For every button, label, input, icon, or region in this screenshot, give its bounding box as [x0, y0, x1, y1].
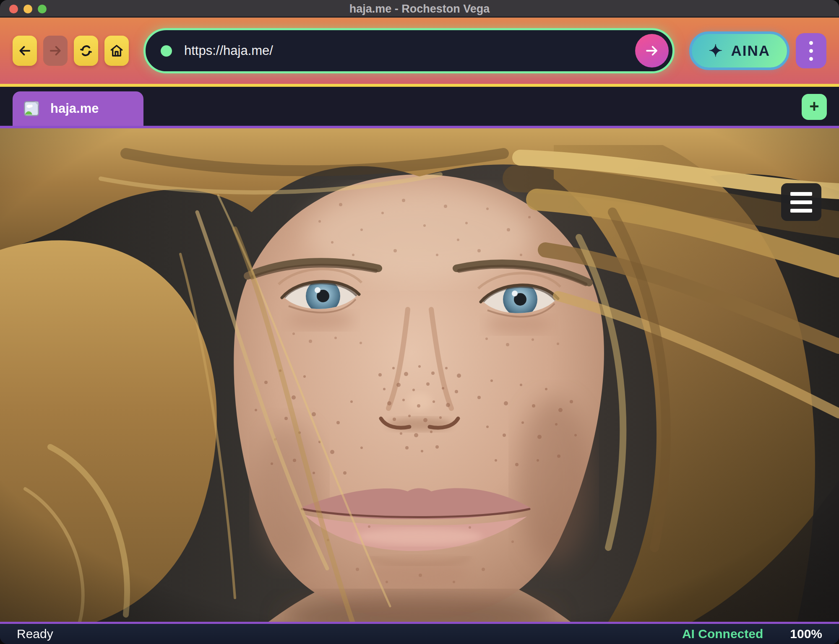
arrow-right-icon — [48, 43, 63, 58]
home-button[interactable] — [104, 36, 129, 66]
aina-button[interactable]: ✦ AINA — [689, 31, 789, 70]
browser-menu-button[interactable] — [796, 33, 826, 68]
status-bar: Ready AI Connected 100% — [0, 622, 839, 644]
back-button[interactable] — [13, 36, 37, 66]
arrow-right-icon — [644, 43, 660, 59]
portrait-photo — [0, 128, 839, 622]
traffic-lights — [9, 5, 47, 13]
arrow-left-icon — [17, 43, 32, 58]
go-button[interactable] — [635, 34, 669, 68]
title-bar: haja.me - Rocheston Vega — [0, 0, 839, 18]
tab-bar: haja.me + — [0, 87, 839, 126]
url-input[interactable] — [183, 43, 635, 59]
page-content — [0, 128, 839, 622]
url-bar[interactable] — [143, 28, 675, 73]
reload-button[interactable] — [74, 36, 98, 66]
aina-label: AINA — [731, 42, 770, 59]
zoom-level: 100% — [790, 627, 822, 641]
kebab-dots-icon — [809, 41, 813, 61]
secure-indicator-dot — [161, 45, 172, 57]
minimize-window-button[interactable] — [23, 5, 32, 13]
home-icon — [109, 43, 124, 58]
close-window-button[interactable] — [9, 5, 18, 13]
zoom-window-button[interactable] — [38, 5, 47, 13]
navigation-toolbar: ✦ AINA — [0, 18, 839, 84]
status-text: Ready — [17, 627, 53, 641]
window-title: haja.me - Rocheston Vega — [0, 3, 839, 16]
yellow-divider — [0, 84, 839, 87]
new-tab-button[interactable]: + — [802, 94, 827, 120]
page-menu-button[interactable] — [781, 183, 821, 221]
hamburger-icon — [790, 192, 812, 213]
tab-label: haja.me — [50, 101, 99, 116]
reload-icon — [78, 43, 94, 58]
sparkle-icon: ✦ — [709, 41, 723, 60]
tab-haja-me[interactable]: haja.me — [13, 91, 143, 126]
forward-button[interactable] — [43, 36, 68, 66]
ai-status-badge: AI Connected — [682, 627, 763, 641]
photo-favicon-icon — [23, 101, 39, 117]
browser-window: haja.me - Rocheston Vega — [0, 0, 839, 644]
